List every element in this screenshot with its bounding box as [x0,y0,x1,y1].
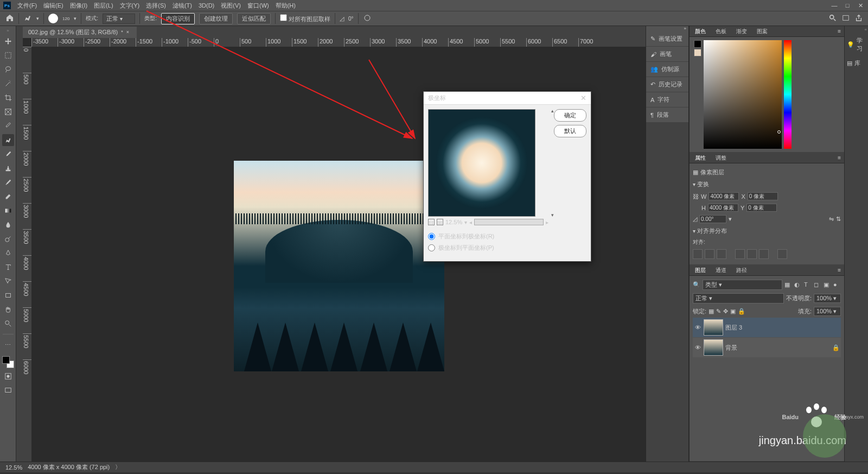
scroll-right-icon[interactable]: ▸ [546,219,548,225]
color-field[interactable] [704,40,782,149]
home-icon[interactable] [5,14,14,23]
history-brush-tool[interactable] [2,176,14,188]
opacity-input[interactable]: 100% ▾ [814,294,841,303]
align-right[interactable] [717,249,726,259]
tab-layers[interactable]: 图层 [693,266,708,275]
type-content-aware[interactable]: 内容识别 [161,13,195,24]
hand-tool[interactable] [2,304,14,315]
lock-artboard-icon[interactable]: ▣ [730,308,736,315]
y-input[interactable] [746,204,777,212]
panel-clone-source[interactable]: 👥仿制源 [646,62,688,77]
healing-brush-icon[interactable] [23,14,32,23]
zoom-tool[interactable] [2,318,14,330]
scroll-down-icon[interactable]: ▾ [551,212,554,218]
type-tool[interactable] [2,261,14,273]
filter-adjust-icon[interactable]: ◐ [794,281,802,289]
layer-filter-dropdown[interactable]: 类型 ▾ [703,280,782,290]
default-button[interactable]: 默认 [554,125,586,137]
share-icon[interactable] [855,14,863,23]
menu-layer[interactable]: 图层(L) [91,2,116,10]
maximize-icon[interactable]: □ [843,2,852,9]
crop-tool[interactable] [2,92,14,104]
layer-name[interactable]: 背景 [725,344,737,352]
menu-help[interactable]: 帮助(H) [272,2,299,10]
panel-menu-icon[interactable]: ≡ [838,267,841,273]
pressure-icon[interactable] [363,14,372,23]
tab-patterns[interactable]: 图案 [755,27,770,36]
path-tool[interactable] [2,275,14,287]
fg-color-swatch[interactable] [694,40,701,48]
panel-menu-icon[interactable]: ≡ [838,155,841,161]
lock-all-icon[interactable]: 🔒 [738,308,745,315]
sample-all-layers[interactable]: 对所有图层取样 [280,14,330,23]
panel-learn[interactable]: 💡学习 [845,33,868,56]
filter-icon[interactable]: 🔍 [693,281,700,288]
blur-tool[interactable] [2,219,14,231]
tab-gradients[interactable]: 渐变 [734,27,749,36]
bg-color-swatch[interactable] [694,49,701,56]
document-tab[interactable]: 002.jpg @ 12.5% (图层 3, RGB/8)*× [23,27,137,38]
filter-toggle[interactable]: ● [833,281,841,289]
layer-visibility-icon[interactable]: 👁 [694,344,701,351]
zoom-dropdown-icon[interactable]: ▾ [464,219,467,225]
dialog-close-icon[interactable]: ✕ [580,94,586,102]
panel-brushes[interactable]: 🖌画笔 [646,47,688,61]
minimize-icon[interactable]: — [830,2,839,9]
tab-channels[interactable]: 通道 [713,266,729,275]
zoom-out-icon[interactable]: ⊟ [428,219,435,225]
rectangle-tool[interactable] [2,289,14,301]
filter-shape-icon[interactable]: ◻ [814,281,821,289]
menu-window[interactable]: 窗口(W) [244,2,272,10]
flip-h-icon[interactable]: ⇋ [829,216,834,223]
screenmode-tool[interactable] [2,384,14,396]
menu-view[interactable]: 视图(V) [218,2,244,10]
menu-type[interactable]: 文字(Y) [117,2,143,10]
menu-filter[interactable]: 滤镜(T) [169,2,195,10]
tab-swatches[interactable]: 色板 [713,27,729,36]
fill-input[interactable]: 100% ▾ [814,307,841,316]
filter-pixel-icon[interactable]: ▦ [784,281,792,289]
flip-v-icon[interactable]: ⇅ [836,216,841,223]
tab-color[interactable]: 颜色 [693,27,708,36]
x-input[interactable] [748,192,778,200]
lock-move-icon[interactable]: ✥ [723,308,728,315]
dialog-preview[interactable] [428,109,535,217]
tab-paths[interactable]: 路径 [734,266,749,275]
ruler-horizontal[interactable]: -3500 -3000 -2500 -2000 -1500 -1000 -500… [31,38,646,47]
distribute-icon[interactable] [777,249,787,259]
panel-menu-icon[interactable]: ≡ [838,28,841,34]
marquee-tool[interactable] [2,49,14,61]
height-input[interactable] [708,204,738,212]
align-bottom[interactable] [759,249,769,259]
frame-tool[interactable] [2,106,14,118]
layer-row[interactable]: 👁 图层 3 [693,318,841,337]
type-proximity-match[interactable]: 近似匹配 [237,13,271,24]
menu-edit[interactable]: 编辑(E) [40,2,67,10]
transform-section[interactable]: ▾ 变换 [693,178,841,191]
preview-scrollbar[interactable] [474,219,544,225]
workspace-icon[interactable] [842,14,850,23]
layer-row[interactable]: 👁 背景 🔒 [693,338,841,357]
lock-position-icon[interactable]: ✎ [716,308,721,315]
wand-tool[interactable] [2,78,14,90]
menu-file[interactable]: 文件(F) [14,2,40,10]
tab-properties[interactable]: 属性 [693,153,708,163]
panel-paragraph[interactable]: ¶段落 [646,108,688,122]
layer-thumbnail[interactable] [704,339,723,356]
color-swatches[interactable] [2,356,14,368]
width-input[interactable] [709,192,739,200]
preview-zoom[interactable]: 12.5% [445,219,462,225]
healing-tool[interactable] [2,134,14,146]
collapse-toggle[interactable]: » [646,26,688,31]
angle-input[interactable] [699,215,726,223]
eraser-tool[interactable] [2,191,14,203]
align-vcenter[interactable] [747,249,757,259]
edit-toolbar[interactable]: ⋯ [2,339,14,351]
ok-button[interactable]: 确定 [554,109,586,122]
filter-type-icon[interactable]: T [804,281,812,289]
align-hcenter[interactable] [705,249,714,259]
panel-libraries[interactable]: ▤库 [845,56,868,71]
menu-3d[interactable]: 3D(D) [195,2,218,9]
dodge-tool[interactable] [2,233,14,245]
zoom-in-icon[interactable]: ⊞ [437,219,443,225]
